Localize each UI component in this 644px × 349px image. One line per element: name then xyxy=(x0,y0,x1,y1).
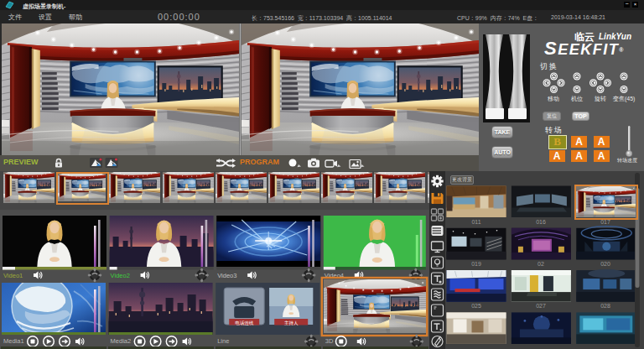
svg-text:Line: Line xyxy=(217,337,229,345)
svg-text:电话连线: 电话连线 xyxy=(235,320,254,326)
svg-text:Media1: Media1 xyxy=(3,337,24,345)
svg-text:3D: 3D xyxy=(325,337,334,345)
svg-text:Video1: Video1 xyxy=(3,272,23,279)
svg-text:027: 027 xyxy=(536,303,546,309)
svg-text:028: 028 xyxy=(600,303,610,309)
svg-text:020: 020 xyxy=(600,261,610,267)
svg-text:Video2: Video2 xyxy=(111,272,130,279)
svg-text:主持人: 主持人 xyxy=(284,320,299,326)
svg-text:019: 019 xyxy=(471,261,481,267)
svg-text:011: 011 xyxy=(471,219,480,225)
svg-text:016: 016 xyxy=(536,219,546,225)
svg-text:Video3: Video3 xyxy=(217,272,236,279)
svg-text:017: 017 xyxy=(600,219,610,225)
svg-text:02: 02 xyxy=(538,261,544,267)
svg-text:025: 025 xyxy=(471,303,481,309)
svg-text:Media2: Media2 xyxy=(111,337,132,345)
